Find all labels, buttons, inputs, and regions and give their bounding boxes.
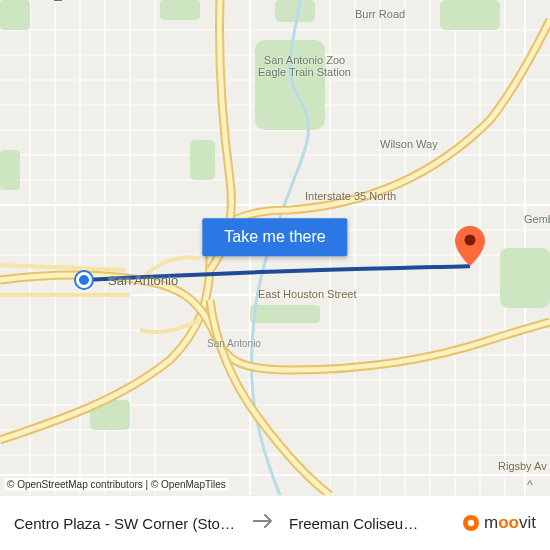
road-rigsby: Rigsby Av <box>498 460 547 472</box>
destination-pin[interactable] <box>455 226 485 266</box>
svg-rect-44 <box>190 140 215 180</box>
moovit-logo-icon <box>462 514 480 532</box>
road-i35: Interstate 35 North <box>305 190 396 202</box>
place-burr: Burr Road <box>355 8 405 20</box>
svg-rect-41 <box>0 150 20 190</box>
road-houston: East Houston Street <box>258 288 356 300</box>
place-zoo: San Antonio Zoo Eagle Train Station <box>258 54 351 78</box>
city-label: San Antonio <box>108 273 178 288</box>
arrow-right-icon <box>253 514 275 532</box>
place-gemb: Gemb <box>524 213 550 225</box>
svg-point-45 <box>465 235 476 246</box>
city-sub-label: San Antonio <box>207 338 261 349</box>
route-from-label: Centro Plaza - SW Corner (Stop… <box>14 515 239 532</box>
svg-rect-37 <box>500 248 550 308</box>
route-footer: Centro Plaza - SW Corner (Stop… Freeman … <box>0 495 550 550</box>
svg-rect-42 <box>275 0 315 22</box>
place-wilson: Wilson Way <box>380 138 438 150</box>
route-to-label: Freeman Coliseu… <box>289 515 462 532</box>
map-attribution: © OpenStreetMap contributors | © OpenMap… <box>4 478 229 491</box>
svg-rect-38 <box>250 305 320 323</box>
svg-rect-39 <box>0 0 30 30</box>
svg-rect-40 <box>160 0 200 20</box>
moovit-logo-text: moovit <box>484 513 536 533</box>
svg-rect-36 <box>440 0 500 30</box>
moovit-logo[interactable]: moovit <box>462 513 536 533</box>
road-blanco: Blan <box>52 0 64 2</box>
take-me-there-button[interactable]: Take me there <box>202 218 347 256</box>
caret-icon: ^ <box>527 478 533 492</box>
svg-point-47 <box>468 520 474 526</box>
map-viewport[interactable]: San Antonio San Antonio San Antonio Zoo … <box>0 0 550 495</box>
origin-pin[interactable] <box>76 272 92 288</box>
